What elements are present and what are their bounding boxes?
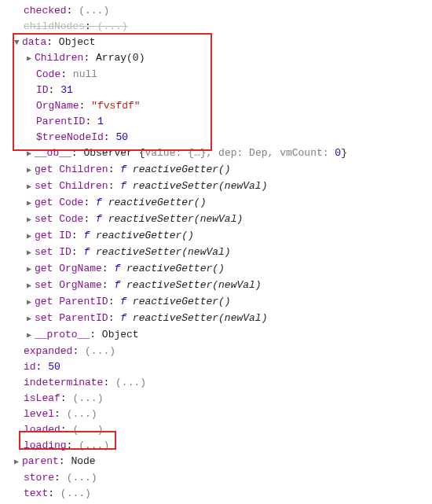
triangle-right-icon[interactable]: ▶	[27, 262, 35, 278]
prop-accessor[interactable]: ▶set OrgName: f reactiveSetter(newVal)	[3, 278, 429, 294]
prop-isleaf[interactable]: isLeaf: (...)	[3, 391, 429, 407]
prop-store[interactable]: store: (...)	[3, 470, 429, 486]
key-data: data	[22, 36, 46, 48]
triangle-down-icon[interactable]: ▼	[14, 35, 22, 50]
prop-parentid-inner[interactable]: ParentID: 1	[3, 114, 429, 130]
prop-accessor[interactable]: ▶get Children: f reactiveGetter()	[3, 162, 429, 178]
prop-checked[interactable]: checked: (...)	[3, 3, 429, 19]
prop-parent[interactable]: ▶parent: Node	[3, 454, 429, 470]
triangle-right-icon[interactable]: ▶	[27, 179, 35, 195]
prop-children[interactable]: ▶Children: Array(0)	[3, 50, 429, 67]
prop-treenodeid[interactable]: $treeNodeId: 50	[3, 130, 429, 145]
prop-indeterminate[interactable]: indeterminate: (...)	[3, 375, 429, 391]
triangle-right-icon[interactable]: ▶	[27, 328, 35, 344]
prop-accessor[interactable]: ▶set Code: f reactiveSetter(newVal)	[3, 212, 429, 228]
prop-data[interactable]: ▼data: Object	[3, 35, 429, 50]
prop-orgname[interactable]: OrgName: "fvsfdf"	[3, 98, 429, 114]
triangle-right-icon[interactable]: ▶	[27, 196, 35, 212]
triangle-right-icon[interactable]: ▶	[27, 163, 35, 178]
prop-accessor[interactable]: ▶get OrgName: f reactiveGetter()	[3, 261, 429, 278]
triangle-right-icon[interactable]: ▶	[27, 245, 35, 261]
prop-accessor[interactable]: ▶get ParentID: f reactiveGetter()	[3, 294, 429, 311]
prop-code[interactable]: Code: null	[3, 67, 429, 83]
prop-accessor[interactable]: ▶set Children: f reactiveSetter(newVal)	[3, 178, 429, 195]
triangle-right-icon[interactable]: ▶	[27, 51, 35, 67]
triangle-right-icon[interactable]: ▶	[27, 229, 35, 245]
prop-expanded[interactable]: expanded: (...)	[3, 344, 429, 359]
prop-accessor[interactable]: ▶set ParentID: f reactiveSetter(newVal)	[3, 311, 429, 327]
prop-loading[interactable]: loading: (...)	[3, 438, 429, 454]
prop-childnodes[interactable]: childNodes: (...)	[3, 19, 429, 35]
prop-level[interactable]: level: (...)	[3, 407, 429, 422]
prop-proto[interactable]: ▶__proto__: Object	[3, 327, 429, 344]
prop-accessor[interactable]: ▶get Code: f reactiveGetter()	[3, 195, 429, 212]
key-checked: checked	[24, 5, 67, 17]
triangle-right-icon[interactable]: ▶	[27, 278, 35, 294]
triangle-right-icon[interactable]: ▶	[27, 212, 35, 228]
triangle-right-icon[interactable]: ▶	[27, 311, 35, 327]
prop-ob[interactable]: ▶__ob__: Observer {value: {…}, dep: Dep,…	[3, 145, 429, 162]
triangle-right-icon[interactable]: ▶	[14, 454, 22, 470]
prop-id-outer[interactable]: id: 50	[3, 359, 429, 375]
triangle-right-icon[interactable]: ▶	[27, 146, 35, 162]
prop-accessor[interactable]: ▶set ID: f reactiveSetter(newVal)	[3, 245, 429, 261]
key-childnodes: childNodes	[24, 20, 85, 32]
triangle-right-icon[interactable]: ▶	[27, 295, 35, 311]
prop-id-inner[interactable]: ID: 31	[3, 83, 429, 98]
prop-text[interactable]: text: (...)	[3, 486, 429, 502]
prop-accessor[interactable]: ▶get ID: f reactiveGetter()	[3, 228, 429, 245]
prop-loaded[interactable]: loaded: (...)	[3, 422, 429, 438]
